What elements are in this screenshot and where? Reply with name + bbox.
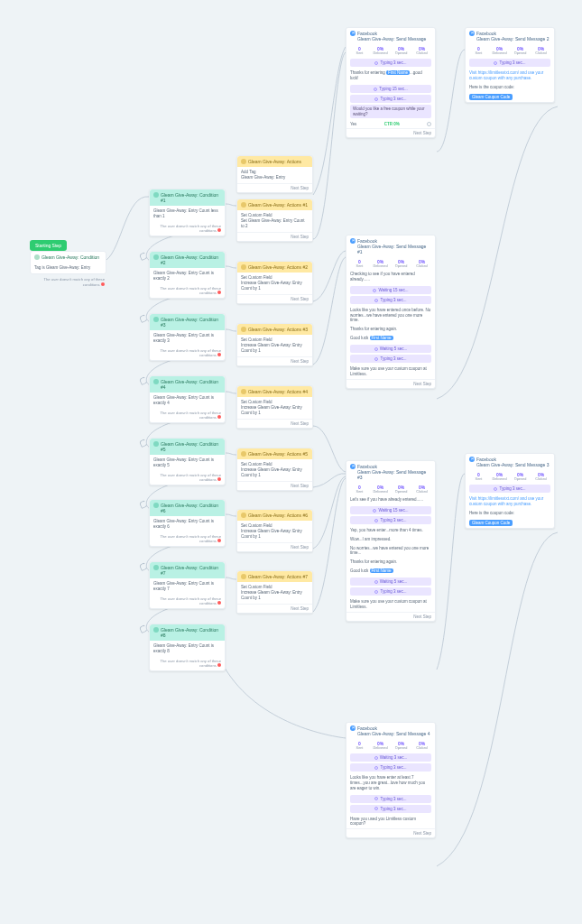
- stat-label: Delivered: [490, 477, 509, 481]
- stat-label: Clicked: [531, 51, 550, 55]
- loop-icon: [139, 624, 149, 634]
- messenger-icon: ✉: [350, 725, 356, 731]
- loop-icon: [139, 376, 149, 386]
- bolt-icon: [241, 451, 246, 457]
- action-node-3[interactable]: Gleam Give-Away: Actions #3 Set Custom F…: [236, 323, 313, 366]
- act-body: Set Custom Field Set Gleam Give-Away: En…: [237, 210, 312, 232]
- msg-text: Looks like you have entered once before.…: [346, 306, 435, 326]
- cond-body: Gleam Give-Away: Entry Count is exactly …: [150, 516, 225, 532]
- messenger-icon: ✉: [350, 464, 356, 469]
- stats-row: 0Sent 0%Delivered 0%Opened 0%Clicked: [346, 739, 435, 752]
- stat-label: Sent: [350, 490, 369, 494]
- next-step-label[interactable]: Next Step: [237, 183, 312, 192]
- messenger-icon: ✉: [469, 457, 475, 462]
- typing-pill: Typing 3 sec...: [350, 587, 431, 596]
- stat-label: Delivered: [371, 746, 390, 750]
- loop-icon: [139, 500, 149, 510]
- clock-icon: [374, 797, 378, 800]
- variable-tag: First Name: [370, 336, 393, 340]
- funnel-icon: [153, 503, 159, 508]
- clock-icon: [374, 756, 378, 760]
- next-step-label[interactable]: Next Step: [346, 379, 435, 388]
- fail-dot-icon: [217, 353, 221, 356]
- bolt-icon: [241, 513, 246, 518]
- message-node-2[interactable]: ✉FacebookGleam Give-Away: Send Message 2…: [465, 27, 555, 103]
- msg-text: Have you used you Limitless custom coupo…: [346, 815, 435, 829]
- message-node-6[interactable]: ✉FacebookGleam Give-Away: Send Message 4…: [346, 722, 436, 838]
- msg-text: Make sure you use your custom coupon at …: [346, 365, 435, 379]
- stat-label: Sent: [350, 264, 369, 268]
- action-node-6[interactable]: Gleam Give-Away: Actions #6 Set Custom F…: [236, 509, 313, 552]
- msg-title: Gleam Give-Away: Send Message 3: [476, 462, 550, 467]
- cond-fail: The user doesn't match any of these cond…: [160, 596, 221, 605]
- waiting-pill: Waiting 15 sec...: [350, 286, 431, 294]
- next-step-label[interactable]: Next Step: [346, 128, 435, 137]
- condition-node-4[interactable]: Gleam Give-Away: Condition #4 Gleam Give…: [149, 375, 226, 423]
- stats-row: 0Sent 0%Delivered 0%Opened 0%Clicked: [346, 44, 435, 57]
- msg-title: Gleam Give-Away: Send Message 2: [476, 36, 550, 42]
- clock-icon: [374, 88, 377, 91]
- cond-title: Gleam Give-Away: Condition #5: [161, 441, 221, 452]
- loop-icon: [139, 439, 149, 448]
- msg-text: Thanks for entering again.: [346, 558, 435, 567]
- typing-pill: Typing 3 sec...: [350, 795, 431, 803]
- action-node-0[interactable]: Gleam Give-Away: Actions Add Tag Gleam G…: [236, 155, 313, 193]
- next-step-label[interactable]: Next Step: [237, 294, 312, 303]
- next-step-label[interactable]: Next Step: [237, 419, 312, 428]
- stat-label: Clicked: [412, 746, 431, 750]
- waiting-pill: Waiting 15 sec...: [350, 506, 431, 514]
- next-step-label[interactable]: Next Step: [237, 542, 312, 551]
- condition-node-3[interactable]: Gleam Give-Away: Condition #3 Gleam Give…: [149, 313, 226, 361]
- clock-icon: [494, 487, 497, 491]
- msg-text: No worries...we have entered you one mor…: [346, 544, 435, 559]
- condition-node-2[interactable]: Gleam Give-Away: Condition #2 Gleam Give…: [149, 251, 226, 299]
- action-node-7[interactable]: Gleam Give-Away: Actions #7 Set Custom F…: [236, 570, 313, 614]
- typing-pill: Typing 3 sec...: [350, 763, 431, 772]
- condition-node-1[interactable]: Gleam Give-Away: Condition #1 Gleam Give…: [149, 189, 226, 236]
- msg-title: Gleam Give-Away: Send Message #1: [357, 244, 426, 254]
- act-title: Gleam Give-Away: Actions #2: [248, 264, 308, 270]
- clock-icon: [374, 519, 378, 522]
- typing-pill: Typing 3 sec...: [350, 355, 431, 363]
- msg-text: Make sure you use your custom coupon at …: [346, 597, 435, 612]
- messenger-icon: ✉: [469, 31, 475, 36]
- choice-label: Yes: [350, 122, 356, 126]
- condition-node-8[interactable]: Gleam Give-Away: Condition #8 Gleam Give…: [149, 624, 226, 671]
- fail-dot-icon: [217, 415, 221, 419]
- act-body: Set Custom Field Increase Gleam Give-Awa…: [237, 582, 312, 604]
- condition-node-6[interactable]: Gleam Give-Away: Condition #6 Gleam Give…: [149, 499, 226, 547]
- waiting-pill: Waiting 5 sec...: [350, 578, 431, 586]
- message-node-3[interactable]: ✉FacebookGleam Give-Away: Send Message #…: [346, 235, 436, 389]
- message-node-1[interactable]: ✉FacebookGleam Give-Away: Send Message 0…: [346, 27, 436, 138]
- bolt-icon: [241, 327, 246, 332]
- start-node[interactable]: Starting Step Gleam Give-Away: Condition…: [30, 243, 106, 287]
- message-node-4[interactable]: ✉FacebookGleam Give-Away: Send Message #…: [346, 460, 436, 622]
- message-node-5[interactable]: ✉FacebookGleam Give-Away: Send Message 3…: [465, 453, 555, 529]
- choice-row[interactable]: YesCTR 0%: [346, 120, 435, 128]
- messenger-icon: ✉: [350, 31, 356, 36]
- next-step-label[interactable]: Next Step: [237, 604, 312, 613]
- cond-body: Gleam Give-Away: Entry Count is exactly …: [150, 455, 225, 471]
- next-step-label[interactable]: Next Step: [346, 612, 435, 621]
- next-step-label[interactable]: Next Step: [346, 828, 435, 837]
- next-step-label[interactable]: Next Step: [237, 481, 312, 490]
- action-node-2[interactable]: Gleam Give-Away: Actions #2 Set Custom F…: [236, 261, 313, 304]
- stat-label: Clicked: [412, 490, 431, 494]
- action-node-1[interactable]: Gleam Give-Away: Actions #1 Set Custom F…: [236, 199, 313, 242]
- funnel-icon: [153, 317, 159, 322]
- stat-label: Clicked: [531, 477, 550, 481]
- act-body: Add Tag Gleam Give-Away: Entry: [237, 167, 312, 183]
- stat-label: Opened: [392, 490, 411, 494]
- condition-node-7[interactable]: Gleam Give-Away: Condition #7 Gleam Give…: [149, 561, 226, 609]
- action-node-5[interactable]: Gleam Give-Away: Actions #5 Set Custom F…: [236, 448, 313, 491]
- start-condition-card[interactable]: Gleam Give-Away: Condition Tag is Gleam …: [30, 251, 106, 274]
- act-body: Set Custom Field Increase Gleam Give-Awa…: [237, 459, 312, 481]
- next-step-label[interactable]: Next Step: [237, 232, 312, 241]
- action-node-4[interactable]: Gleam Give-Away: Actions #4 Set Custom F…: [236, 385, 313, 429]
- msg-alert: Would you like a free coupon while your …: [350, 105, 431, 119]
- condition-node-5[interactable]: Gleam Give-Away: Condition #5 Gleam Give…: [149, 438, 226, 485]
- typing-pill: Typing 3 sec...: [350, 516, 431, 524]
- fail-dot-icon: [217, 477, 221, 481]
- next-step-label[interactable]: Next Step: [237, 356, 312, 365]
- bolt-icon: [241, 202, 246, 208]
